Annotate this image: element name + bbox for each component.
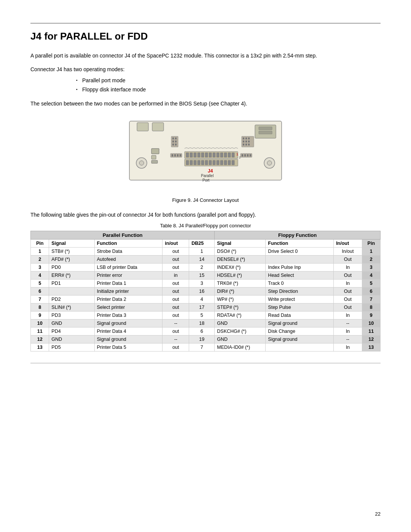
inout: out [162, 343, 189, 351]
svg-point-7 [139, 161, 144, 165]
f-signal: DSO# (*) [215, 248, 266, 256]
svg-text:Parallel: Parallel [201, 174, 213, 178]
db25: 6 [189, 328, 215, 335]
bottom-rule [30, 363, 381, 363]
svg-rect-40 [232, 160, 234, 165]
f-signal: MEDIA-ID0# (*) [215, 343, 266, 351]
svg-rect-52 [250, 154, 251, 157]
svg-rect-25 [228, 153, 231, 157]
page-title: J4 for PARALLEL or FDD [30, 30, 381, 42]
f-signal: DENSEL# (*) [215, 256, 266, 264]
f-signal: HDSEL# (*) [215, 272, 266, 280]
svg-rect-31 [198, 160, 200, 165]
col-header-row: Pin Signal Function in/out DB25 Signal F… [31, 240, 381, 248]
svg-rect-69 [248, 144, 250, 145]
svg-rect-4 [259, 127, 272, 130]
table-row: 10 GND Signal ground -- 18 GND Signal gr… [31, 320, 381, 328]
section-header-row: Parallel Function Floppy Function [31, 231, 381, 240]
col-signal: Signal [49, 240, 94, 248]
f-inout: In [334, 280, 362, 288]
svg-rect-44 [172, 154, 173, 157]
pin: 5 [31, 280, 49, 288]
f-signal: DIR# (*) [215, 288, 266, 296]
function: Initialize printer [94, 288, 162, 296]
svg-rect-17 [198, 153, 200, 157]
function: Printer Data 2 [94, 296, 162, 304]
inout: out [162, 296, 189, 304]
function: Autofeed [94, 256, 162, 264]
svg-rect-49 [242, 154, 243, 157]
f-pin: 7 [362, 296, 380, 304]
function: Signal ground [94, 320, 162, 328]
f-function: Track 0 [266, 280, 334, 288]
f-function: Step Pulse [266, 304, 334, 312]
svg-rect-47 [180, 154, 181, 157]
pin: 8 [31, 304, 49, 312]
db25: 2 [189, 264, 215, 272]
f-signal: INDEX# (*) [215, 264, 266, 272]
table-row: 2 AFD# (*) Autofeed out 14 DENSEL# (*) O… [31, 256, 381, 264]
f-inout: Out [334, 288, 362, 296]
svg-rect-61 [243, 137, 244, 139]
svg-text:Port: Port [202, 178, 210, 182]
function: Printer Data 1 [94, 280, 162, 288]
f-pin: 2 [362, 256, 380, 264]
function: Printer error [94, 272, 162, 280]
svg-rect-24 [224, 153, 227, 157]
f-inout: Out [334, 256, 362, 264]
signal: PD3 [49, 312, 94, 320]
svg-rect-35 [213, 160, 215, 165]
svg-rect-19 [205, 153, 208, 157]
j4-connector-top-row [185, 152, 238, 158]
col-f-signal: Signal [215, 240, 266, 248]
f-pin: 3 [362, 264, 380, 272]
function: Printer Data 3 [94, 312, 162, 320]
f-signal: WP# (*) [215, 296, 266, 304]
svg-rect-28 [186, 160, 189, 165]
inout: out [162, 312, 189, 320]
inout: -- [162, 320, 189, 328]
intro-paragraph: A parallel port is available on connecto… [30, 51, 381, 60]
svg-text:1: 1 [236, 152, 238, 156]
svg-rect-36 [217, 160, 219, 165]
svg-rect-26 [232, 153, 234, 157]
f-inout: In [334, 264, 362, 272]
f-signal: STEP# (*) [215, 304, 266, 312]
col-f-function: Function [266, 240, 334, 248]
f-signal: TRK0# (*) [215, 280, 266, 288]
svg-rect-51 [247, 154, 249, 157]
f-function: Drive Select 0 [266, 248, 334, 256]
floppy-function-header: Floppy Function [215, 231, 381, 240]
pin: 10 [31, 320, 49, 328]
pin: 12 [31, 335, 49, 343]
table-row: 3 PD0 LSB of printer Data out 2 INDEX# (… [31, 264, 381, 272]
svg-point-9 [267, 161, 272, 165]
f-function: Write protect [266, 296, 334, 304]
f-inout: In [334, 343, 362, 351]
table-row: 1 STB# (*) Strobe Data out 1 DSO# (*) Dr… [31, 248, 381, 256]
f-function: Step Direction [266, 288, 334, 296]
db25: 17 [189, 304, 215, 312]
f-function [266, 256, 334, 264]
diagram-container: 1 2 [30, 117, 381, 193]
f-signal: GND [215, 335, 266, 343]
svg-rect-67 [243, 144, 244, 145]
svg-rect-39 [228, 160, 231, 165]
figure-caption: Figure 9. J4 Connector Layout [30, 197, 381, 203]
f-inout: In [334, 312, 362, 320]
modes-list: Parallel port mode Floppy disk interface… [76, 76, 381, 94]
f-inout: In [334, 328, 362, 335]
table-row: 9 PD3 Printer Data 3 out 5 RDATA# (*) Re… [31, 312, 381, 320]
function: Printer Data 5 [94, 343, 162, 351]
db25: 4 [189, 296, 215, 304]
selection-text: The selection between the two modes can … [30, 99, 381, 108]
inout: out [162, 328, 189, 335]
j4-connector-bottom-row [185, 159, 238, 166]
f-pin: 10 [362, 320, 380, 328]
page-number: 22 [375, 511, 381, 517]
f-inout: Out [334, 304, 362, 312]
inout: out [162, 248, 189, 256]
inout: out [162, 288, 189, 296]
pin: 6 [31, 288, 49, 296]
svg-rect-1 [137, 123, 148, 131]
